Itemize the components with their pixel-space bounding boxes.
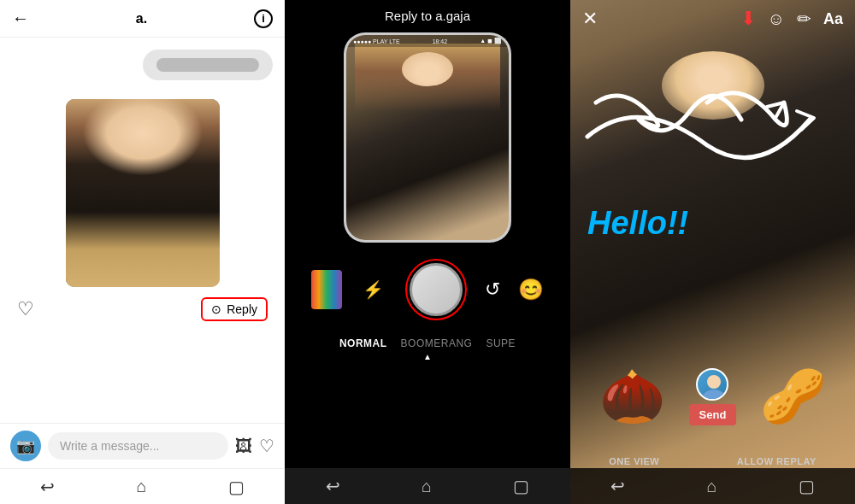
mode-boomerang[interactable]: BOOMERANG: [401, 337, 473, 349]
reply-button[interactable]: ⊙ Reply: [201, 297, 268, 321]
camera-header: Reply to a.gaja: [285, 0, 570, 32]
allow-replay-button[interactable]: ALLOW REPLAY: [737, 456, 817, 466]
draw-icon[interactable]: ✏: [797, 9, 811, 29]
message-bubble-area: [0, 38, 285, 92]
photo-icon[interactable]: 🖼: [235, 437, 252, 456]
recents-nav-p2[interactable]: ▢: [513, 476, 529, 496]
back-nav-icon[interactable]: ↩: [40, 477, 55, 497]
woman-image: [66, 99, 220, 287]
effect-icon: 😊: [518, 278, 544, 301]
message-input-row: 📷 Write a message... 🖼 ♡: [0, 423, 285, 468]
panel1-nav-bar: ↩ ⌂ ▢: [0, 468, 285, 504]
reply-to-label: Reply to a.gaja: [385, 9, 470, 23]
hello-text: Hello!!: [587, 205, 688, 242]
recents-nav-p3[interactable]: ▢: [799, 476, 815, 496]
phone-screen-image: [346, 35, 509, 240]
panel-camera: Reply to a.gaja ●●●●● PLAY LTE 18:42 ▲ ◼…: [285, 0, 570, 504]
dm-username: a.: [136, 11, 147, 26]
header-tools-group: ⬇ ☺ ✏ Aa: [740, 8, 843, 30]
user-avatar: [696, 368, 728, 401]
camera-icon: ⊙: [211, 302, 221, 316]
download-icon[interactable]: ⬇: [740, 8, 756, 30]
avatar-send-group: Send: [689, 368, 737, 425]
panel3-nav-bar: ↩ ⌂ ▢: [570, 468, 855, 504]
status-right: ▲ ◼ ⬜: [480, 38, 502, 44]
panel-instagram-dm: ← a. i ♡ ⊙ Reply 📷 Write a message...: [0, 0, 285, 504]
send-button[interactable]: Send: [689, 404, 737, 425]
back-nav-p2[interactable]: ↩: [326, 476, 340, 496]
home-nav-icon[interactable]: ⌂: [136, 477, 146, 496]
svg-point-1: [703, 390, 725, 401]
sticker-1[interactable]: 🌰: [599, 366, 665, 427]
dm-header: ← a. i: [0, 0, 285, 38]
like-icon[interactable]: ♡: [17, 298, 34, 320]
story-reply-container: ♡ ⊙ Reply: [0, 92, 285, 423]
info-button[interactable]: i: [254, 9, 273, 28]
camera-button-blue[interactable]: 📷: [10, 431, 41, 461]
back-nav-p3[interactable]: ↩: [610, 476, 625, 496]
back-button[interactable]: ←: [12, 9, 29, 28]
story-editor-header: ✕ ⬇ ☺ ✏ Aa: [570, 0, 855, 38]
mode-super[interactable]: SUPE: [486, 337, 516, 349]
effect-button[interactable]: 😊: [518, 278, 544, 302]
shutter-inner: [410, 263, 463, 316]
phone-mockup: ●●●●● PLAY LTE 18:42 ▲ ◼ ⬜: [346, 35, 509, 240]
reply-btn-row: ♡ ⊙ Reply: [12, 290, 273, 328]
mode-arrow-indicator: ▲: [423, 352, 432, 361]
close-button[interactable]: ✕: [582, 8, 598, 30]
flip-camera-button[interactable]: ↺: [485, 278, 500, 301]
flash-button[interactable]: ⚡: [360, 276, 387, 303]
panel2-nav-bar: ↩ ⌂ ▢: [285, 468, 570, 504]
status-left: ●●●●● PLAY LTE: [353, 38, 400, 44]
mode-selector: NORMAL BOOMERANG SUPE: [339, 337, 516, 349]
bottom-controls: ONE VIEW ALLOW REPLAY: [570, 456, 855, 466]
message-input[interactable]: Write a message...: [48, 432, 228, 460]
story-image-card: [66, 99, 220, 287]
flip-icon: ↺: [485, 278, 500, 300]
home-nav-p3[interactable]: ⌂: [706, 477, 716, 496]
camera-controls: ⚡ ↺ 😊: [285, 247, 570, 332]
flash-icon: ⚡: [363, 279, 384, 300]
svg-point-0: [707, 375, 721, 389]
home-nav-p2[interactable]: ⌂: [422, 477, 432, 496]
bubble-blur-content: [156, 58, 259, 72]
message-bubble: [143, 50, 273, 80]
sticker-2[interactable]: 🥜: [760, 366, 826, 427]
text-tool-button[interactable]: Aa: [823, 10, 843, 28]
heart-icon-input[interactable]: ♡: [259, 436, 274, 456]
story-image-content: [66, 99, 220, 287]
shutter-button[interactable]: [405, 259, 467, 320]
recents-nav-icon[interactable]: ▢: [228, 477, 245, 497]
status-time: 18:42: [433, 38, 448, 44]
one-view-button[interactable]: ONE VIEW: [609, 456, 659, 466]
reply-label: Reply: [227, 302, 257, 316]
mode-normal[interactable]: NORMAL: [339, 337, 387, 349]
filter-strip-button[interactable]: [311, 270, 342, 309]
panel-story-editor: ✕ ⬇ ☺ ✏ Aa Hello!! 🌰 Send: [570, 0, 855, 504]
filter-strip-visual: [311, 270, 342, 309]
phone-status-bar: ●●●●● PLAY LTE 18:42 ▲ ◼ ⬜: [346, 35, 509, 47]
sticker-icon[interactable]: ☺: [768, 9, 785, 29]
stickers-area: 🌰 Send 🥜: [570, 366, 855, 427]
camera-icon-blue: 📷: [16, 437, 35, 455]
